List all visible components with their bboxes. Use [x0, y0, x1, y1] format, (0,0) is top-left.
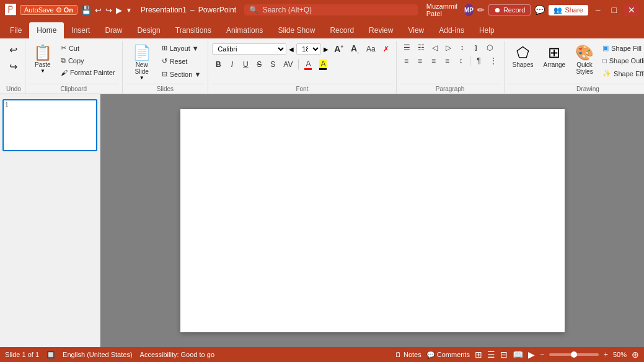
shrink-font-button[interactable]: A- — [348, 42, 362, 56]
shape-fill-button[interactable]: ▣ Shape Fill ▼ — [599, 42, 644, 54]
text-shadow-para-button[interactable]: ⋮ — [487, 55, 500, 66]
shadow-button[interactable]: S — [267, 59, 279, 70]
underline-button[interactable]: U — [239, 59, 252, 70]
tab-record[interactable]: Record — [322, 22, 361, 38]
slide-thumbnail-1[interactable]: 1 — [2, 99, 97, 151]
italic-button[interactable]: I — [226, 59, 238, 70]
canvas-area[interactable] — [100, 94, 644, 347]
slide-count-icon[interactable]: 🔲 — [46, 351, 55, 359]
format-painter-button[interactable]: 🖌 Format Painter — [58, 67, 118, 78]
para-row2: ≡ ≡ ≡ ≡ ↕ ¶ ⋮ — [400, 55, 500, 66]
reading-view-button[interactable]: 📖 — [513, 350, 523, 360]
quick-styles-button[interactable]: 🎨 QuickStyles — [571, 42, 598, 77]
outline-view-button[interactable]: ☰ — [487, 350, 495, 360]
shapes-button[interactable]: ⬠ Shapes — [508, 42, 538, 70]
cut-button[interactable]: ✂ Cut — [58, 42, 118, 54]
title-bar-left: 🅿 AutoSave On 💾 ↩ ↪ ▶ ▼ Presentation1 – … — [5, 4, 236, 17]
font-size-increase-icon[interactable]: ▶ — [322, 45, 330, 53]
strikethrough-button[interactable]: S — [253, 59, 265, 70]
undo-group-content: ↩ ↪ — [6, 42, 20, 82]
slide-canvas[interactable] — [180, 109, 565, 332]
format-painter-icon: 🖌 — [61, 69, 68, 76]
new-slide-button[interactable]: 📄 NewSlide ▼ — [126, 42, 157, 82]
tab-draw[interactable]: Draw — [97, 22, 130, 38]
user-name: Muzammil Patel — [426, 2, 461, 17]
highlight-color-button[interactable]: A — [316, 58, 330, 71]
tab-help[interactable]: Help — [472, 22, 502, 38]
new-slide-arrow[interactable]: ▼ — [139, 75, 144, 81]
maximize-button[interactable]: □ — [608, 4, 620, 16]
numbered-button[interactable]: ☷ — [415, 42, 428, 53]
tab-animations[interactable]: Animations — [219, 22, 270, 38]
align-right-button[interactable]: ≡ — [428, 55, 440, 66]
tab-slideshow[interactable]: Slide Show — [270, 22, 322, 38]
grow-font-button[interactable]: A+ — [331, 43, 346, 55]
text-direction-button[interactable]: ↕ — [456, 42, 469, 53]
font-name-selector[interactable]: Calibri — [212, 43, 286, 55]
dec-indent-button[interactable]: ◁ — [429, 42, 441, 53]
align-left-button[interactable]: ≡ — [400, 55, 413, 66]
autosave-badge[interactable]: AutoSave On — [20, 5, 77, 15]
paste-arrow[interactable]: ▼ — [40, 68, 45, 74]
record-button-title[interactable]: ⏺ Record — [488, 4, 531, 15]
undo-quick-icon[interactable]: ↩ — [95, 6, 102, 15]
tab-insert[interactable]: Insert — [64, 22, 97, 38]
minimize-button[interactable]: – — [592, 4, 604, 16]
line-spacing-button[interactable]: ↕ — [455, 55, 467, 66]
slide-sorter-button[interactable]: ⊟ — [500, 350, 508, 360]
present-quick-icon[interactable]: ▶ — [116, 6, 122, 15]
section-button[interactable]: ⊟ Section ▼ — [159, 68, 205, 80]
font-color-button[interactable]: A — [301, 58, 315, 71]
redo-button[interactable]: ↪ — [6, 59, 20, 74]
search-icon: 🔍 — [249, 6, 258, 14]
font-size-decrease-icon[interactable]: ◀ — [288, 45, 295, 53]
fit-to-window-button[interactable]: ⊕ — [632, 350, 639, 360]
shape-effects-button[interactable]: ✨ Shape Effects ▼ — [599, 68, 644, 79]
customize-qat-icon[interactable]: ▼ — [126, 7, 132, 14]
rtl-button[interactable]: ¶ — [473, 55, 485, 66]
comments-icon-title[interactable]: 💬 — [534, 5, 545, 15]
font-size-selector[interactable]: 18 — [296, 43, 321, 55]
arrange-button[interactable]: ⊞ Arrange — [539, 42, 570, 70]
char-spacing-button[interactable]: AV — [280, 59, 296, 70]
inc-indent-button[interactable]: ▷ — [443, 42, 455, 53]
tab-view[interactable]: View — [400, 22, 431, 38]
comments-button-status[interactable]: 💬 Comments — [426, 351, 470, 359]
redo-quick-icon[interactable]: ↪ — [105, 6, 112, 15]
notes-button[interactable]: 🗒 Notes — [395, 351, 421, 358]
tab-review[interactable]: Review — [361, 22, 400, 38]
tab-transitions[interactable]: Transitions — [168, 22, 219, 38]
save-icon[interactable]: 💾 — [81, 6, 91, 15]
shape-effects-icon: ✨ — [602, 69, 611, 77]
bold-button[interactable]: B — [212, 59, 224, 70]
slide-show-button-status[interactable]: ▶ — [528, 350, 535, 360]
bullets-button[interactable]: ☰ — [400, 42, 413, 53]
zoom-out-icon[interactable]: − — [540, 350, 544, 359]
tab-file[interactable]: File — [2, 22, 29, 38]
search-bar[interactable]: 🔍 Search (Alt+Q) — [244, 4, 418, 15]
clear-format-button[interactable]: ✗ — [380, 43, 392, 55]
new-slide-label: NewSlide — [135, 61, 149, 75]
smartart-button[interactable]: ⬡ — [483, 42, 496, 53]
copy-button[interactable]: ⧉ Copy — [58, 55, 118, 66]
share-button[interactable]: 👥 Share — [549, 5, 588, 15]
reset-button[interactable]: ↺ Reset — [159, 55, 205, 67]
tab-design[interactable]: Design — [130, 22, 167, 38]
undo-button[interactable]: ↩ — [6, 42, 20, 58]
ribbon-group-paragraph: ☰ ☷ ◁ ▷ ↕ ⫿ ⬡ ≡ ≡ ≡ ≡ ↕ ¶ ⋮ Paragraph — [397, 41, 505, 94]
align-center-button[interactable]: ≡ — [414, 55, 426, 66]
layout-button[interactable]: ⊞ Layout ▼ — [159, 42, 205, 54]
zoom-in-icon[interactable]: + — [604, 350, 608, 359]
zoom-slider[interactable] — [549, 353, 599, 356]
normal-view-button[interactable]: ⊞ — [475, 350, 482, 360]
user-avatar[interactable]: MP — [464, 4, 474, 16]
close-button[interactable]: ✕ — [624, 4, 639, 16]
columns-button[interactable]: ⫿ — [470, 42, 482, 53]
pen-icon[interactable]: ✏ — [477, 5, 485, 15]
tab-addins[interactable]: Add-ins — [431, 22, 472, 38]
change-case-button[interactable]: Aa — [363, 43, 379, 55]
shape-outline-button[interactable]: □ Shape Outline ▼ — [599, 55, 644, 66]
tab-home[interactable]: Home — [29, 22, 64, 38]
paste-button[interactable]: 📋 Paste ▼ — [29, 42, 56, 76]
justify-button[interactable]: ≡ — [441, 55, 454, 66]
